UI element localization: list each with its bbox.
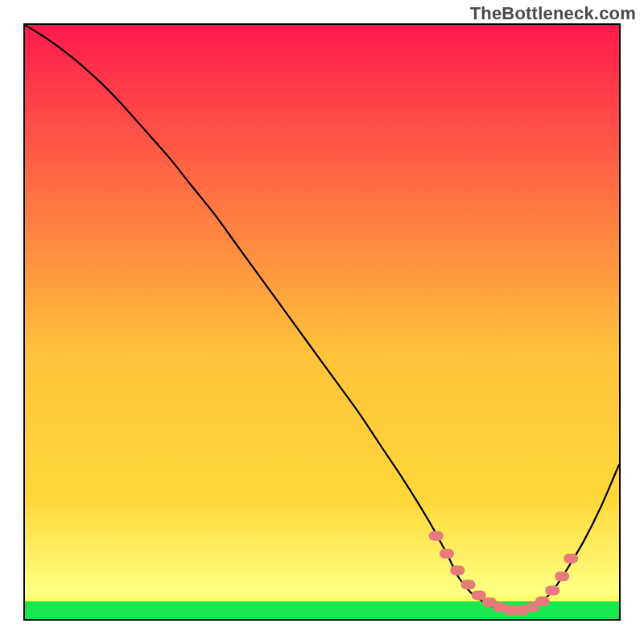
marker-dot xyxy=(545,586,559,596)
near-optimal-strip xyxy=(25,596,619,601)
heat-gradient-background xyxy=(25,25,619,619)
marker-dot xyxy=(461,580,476,589)
marker-dot xyxy=(450,566,464,576)
marker-dot xyxy=(472,591,486,601)
bottleneck-chart xyxy=(0,0,644,644)
plot-area xyxy=(24,24,620,620)
marker-dot xyxy=(555,572,569,581)
marker-dot xyxy=(535,597,550,606)
marker-dot xyxy=(440,549,454,559)
marker-dot xyxy=(429,531,444,541)
watermark-text: TheBottleneck.com xyxy=(470,3,636,24)
chart-container: TheBottleneck.com xyxy=(0,0,644,644)
marker-dot xyxy=(564,554,578,564)
